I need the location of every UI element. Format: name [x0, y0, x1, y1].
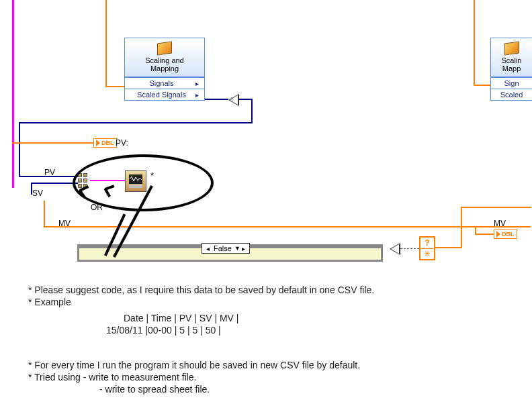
wire-to-mv-vert — [475, 226, 476, 235]
chevron-right-icon[interactable]: ▸ — [242, 245, 245, 252]
wire-orange-branch — [461, 207, 462, 248]
note-4: 15/08/11 |00-00 | 5 | 5 | 50 | — [106, 325, 221, 336]
wire-orange-vert-top — [105, 0, 107, 87]
wire-orange-vert-right — [474, 0, 475, 86]
note-3: Date | Time | PV | SV | MV | — [124, 313, 238, 323]
select-bot: ✳ — [420, 248, 434, 260]
wire-orange-pv — [12, 142, 93, 144]
wire-sv-in — [31, 183, 78, 184]
pv-terminal-label: PV: — [116, 138, 128, 148]
dbl-mv-terminal: DBL — [494, 230, 517, 239]
convert-icon: ⎍ — [230, 96, 234, 102]
sv-label: SV — [32, 189, 43, 198]
wire-left-vertical — [12, 0, 14, 188]
wire-orange-long1 — [44, 201, 45, 227]
wire-orange-to-scaling2 — [474, 85, 490, 86]
scaling2-row2: Scaled — [495, 91, 528, 99]
scaling2-title: Scalin Mapp — [494, 56, 529, 72]
scaling-mapping-node-2[interactable]: Scalin Mapp Sign Scaled — [490, 38, 532, 101]
dbl-text: DBL — [101, 140, 114, 146]
case-value: False — [214, 244, 232, 252]
note-5: * For every time I run the program it sh… — [28, 360, 360, 370]
dbl-text2: DBL — [502, 231, 515, 238]
conversion-node-2[interactable] — [390, 243, 400, 255]
wire-orange-to-scaling1 — [105, 86, 124, 87]
scaling1-title: Scaling and Mapping — [128, 56, 202, 72]
note-7: - write to spread sheet file. — [99, 384, 210, 395]
wire-navy-out1 — [205, 99, 228, 100]
note-1: * Please suggest code, as I require this… — [28, 285, 374, 295]
pv-label: PV — [44, 168, 55, 177]
scaling1-row2: Scaled Signals — [129, 91, 194, 99]
wire-navy-vert-left — [19, 122, 20, 177]
scaling-icon — [157, 41, 172, 55]
select-top: ? — [420, 238, 434, 248]
scaling2-row1: Sign — [495, 79, 528, 87]
wire-orange-branch2 — [461, 207, 531, 208]
dbl-pv-terminal: DBL — [93, 138, 117, 148]
note-6: * Tried using - write to measurement fil… — [28, 372, 197, 383]
dropdown-icon[interactable]: ▼ — [234, 245, 240, 252]
scaling-icon-2 — [504, 41, 519, 55]
wire-orange-to-select — [435, 247, 462, 248]
wire-to-mv-term — [475, 234, 494, 235]
wire-sv-vert — [31, 183, 32, 195]
scaling1-row1: Signals — [129, 79, 194, 87]
case-selector[interactable]: ◂ False ▼ ▸ — [202, 243, 250, 254]
chevron-right-icon: ▸ — [195, 80, 199, 87]
mv-right-label: MV — [494, 219, 506, 228]
wire-case-out — [400, 248, 419, 249]
scaling-mapping-node-1[interactable]: Scaling and Mapping Signals▸ Scaled Sign… — [124, 38, 205, 101]
chevron-left-icon[interactable]: ◂ — [206, 245, 210, 252]
chevron-right-icon: ▸ — [195, 91, 199, 99]
wire-navy-down1 — [251, 99, 253, 123]
select-node[interactable]: ? ✳ — [419, 236, 435, 260]
wire-navy-out2 — [239, 99, 253, 100]
wire-navy-left1 — [19, 122, 253, 123]
note-2: * Example — [28, 297, 71, 307]
